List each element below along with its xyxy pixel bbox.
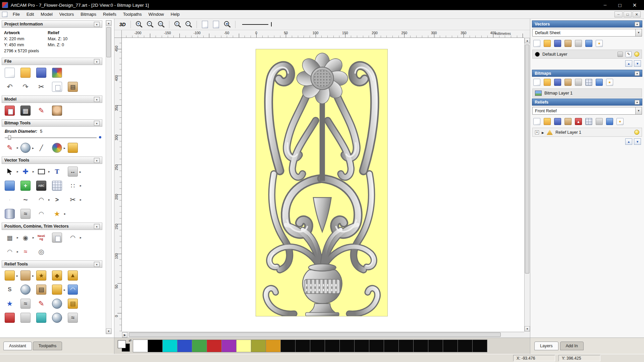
import-model-icon[interactable]	[52, 68, 62, 78]
export-vectors-icon[interactable]	[565, 40, 572, 47]
extrude-icon[interactable]	[5, 209, 15, 219]
paint-icon[interactable]	[5, 143, 15, 153]
color-swatch[interactable]	[339, 340, 355, 352]
color-swatch[interactable]	[177, 340, 192, 352]
menu-help[interactable]: Help	[167, 11, 183, 18]
weld-vectors-icon[interactable]	[68, 233, 78, 243]
color-swatch[interactable]	[266, 340, 281, 352]
clear-vectors-icon[interactable]	[585, 40, 592, 47]
primary-color-swatch[interactable]	[118, 340, 126, 348]
edit-nodes-icon[interactable]	[68, 181, 78, 191]
canvas-vscrollbar[interactable]	[524, 38, 530, 331]
color-swatch[interactable]	[325, 340, 340, 352]
new-layer-icon[interactable]	[606, 79, 613, 86]
fit-arcs-icon[interactable]	[36, 195, 46, 205]
collapse-icon[interactable]	[94, 224, 100, 229]
dome-relief-icon[interactable]	[52, 299, 62, 309]
load-bitmap-icon[interactable]	[52, 106, 62, 116]
color-swatch[interactable]	[236, 340, 251, 352]
collapse-icon[interactable]	[94, 262, 100, 267]
canvas-hscrollbar[interactable]	[122, 332, 524, 338]
clear-relief-icon[interactable]	[606, 118, 613, 125]
fit-vectors-to-curve-icon[interactable]	[20, 247, 31, 257]
open-relief-layer-icon[interactable]	[544, 118, 551, 125]
lock-layer-icon[interactable]	[618, 52, 623, 57]
menu-edit[interactable]: Edit	[23, 11, 37, 18]
new-vector-layer-icon[interactable]	[533, 40, 540, 47]
save-bitmap-layer-icon[interactable]	[554, 79, 561, 86]
open-model-icon[interactable]	[20, 68, 31, 78]
move-layer-up-button[interactable]	[625, 60, 632, 67]
cut-icon[interactable]	[36, 82, 46, 92]
zoom-object-button[interactable]	[184, 20, 193, 29]
menu-reliefs[interactable]: Reliefs	[100, 11, 120, 18]
zoom-100-button[interactable]	[173, 20, 182, 29]
vector-tools-header[interactable]: Vector Tools	[2, 157, 102, 164]
menu-model[interactable]: Model	[37, 11, 56, 18]
visibility-bulb-icon[interactable]	[634, 130, 639, 135]
palette-icon[interactable]	[52, 143, 62, 153]
new-layer-icon[interactable]	[596, 40, 603, 47]
color-swatch[interactable]	[384, 340, 399, 352]
color-swatch[interactable]	[472, 340, 487, 352]
scrollbar-thumb[interactable]	[129, 333, 501, 337]
slider-thumb[interactable]	[8, 135, 11, 140]
vector-from-bitmap-icon[interactable]	[52, 181, 62, 191]
shape-editor-icon[interactable]	[5, 270, 15, 281]
undo-icon[interactable]	[5, 82, 15, 92]
color-swatch[interactable]	[162, 340, 177, 352]
greyscale-icon[interactable]	[575, 79, 582, 86]
visibility-bulb-icon[interactable]	[634, 52, 639, 57]
colour-picker-icon[interactable]	[36, 143, 46, 153]
block-rotate-copy-icon[interactable]	[20, 233, 31, 243]
create-rectangle-icon[interactable]	[36, 167, 46, 177]
turn-wizard-icon[interactable]	[52, 285, 62, 295]
offset-vectors-icon[interactable]	[68, 167, 78, 177]
move-layer-down-button[interactable]	[634, 138, 641, 145]
close-button[interactable]	[627, 0, 642, 10]
color-swatch[interactable]	[148, 340, 163, 352]
tab-layers[interactable]: Layers	[534, 342, 558, 350]
relief-select[interactable]: Front Relief	[532, 107, 642, 115]
mirror-relief-icon[interactable]	[36, 313, 46, 323]
child-minimize-button[interactable]	[614, 11, 623, 17]
position-combine-trim-header[interactable]: Position, Combine, Trim Vectors	[2, 223, 102, 230]
child-close-button[interactable]	[633, 11, 641, 17]
export-bitmap-icon[interactable]	[565, 79, 572, 86]
color-swatch[interactable]	[428, 340, 443, 352]
create-curve-icon[interactable]	[20, 195, 31, 205]
scroll-down-icon[interactable]	[106, 328, 111, 334]
collapse-icon[interactable]	[635, 22, 640, 26]
new-relief-layer-icon[interactable]	[533, 118, 540, 125]
emboss-relief-icon[interactable]	[52, 270, 62, 281]
flood-fill-icon[interactable]	[68, 143, 78, 153]
zoom-out-button[interactable]	[145, 20, 155, 29]
menu-vectors[interactable]: Vectors	[56, 11, 77, 18]
new-layer-icon[interactable]	[616, 118, 624, 125]
star-relief-icon[interactable]	[5, 299, 15, 309]
new-bitmap-layer-icon[interactable]	[533, 79, 540, 86]
color-swatch[interactable]	[413, 340, 428, 352]
child-restore-button[interactable]	[624, 11, 632, 17]
clear-bitmap-icon[interactable]	[596, 79, 603, 86]
export-relief-icon[interactable]	[565, 118, 572, 125]
color-swatch[interactable]	[280, 340, 296, 352]
chevron-down-icon[interactable]	[635, 29, 642, 36]
zoom-window-button[interactable]	[156, 20, 166, 29]
color-swatch[interactable]	[354, 340, 369, 352]
collapse-icon[interactable]	[635, 100, 640, 105]
select-vectors-icon[interactable]	[5, 167, 15, 177]
weave-wizard-icon[interactable]	[20, 285, 31, 295]
scale-relief-icon[interactable]	[20, 313, 31, 323]
zoom-in-button[interactable]	[134, 20, 144, 29]
calculate-relief-icon[interactable]	[575, 118, 582, 125]
shade-model-icon[interactable]	[20, 106, 31, 116]
create-polyline-icon[interactable]	[5, 181, 15, 191]
tree-expand-icon[interactable]	[535, 130, 539, 134]
color-swatch[interactable]	[398, 340, 414, 352]
layer-color-swatch[interactable]	[535, 52, 540, 57]
layer-row-relief-layer-1[interactable]: Relief Layer 1	[532, 128, 642, 137]
sphere-relief-icon[interactable]	[52, 313, 62, 323]
vectors-header[interactable]: Vectors	[532, 20, 642, 27]
edit-layer-icon[interactable]	[626, 51, 632, 57]
